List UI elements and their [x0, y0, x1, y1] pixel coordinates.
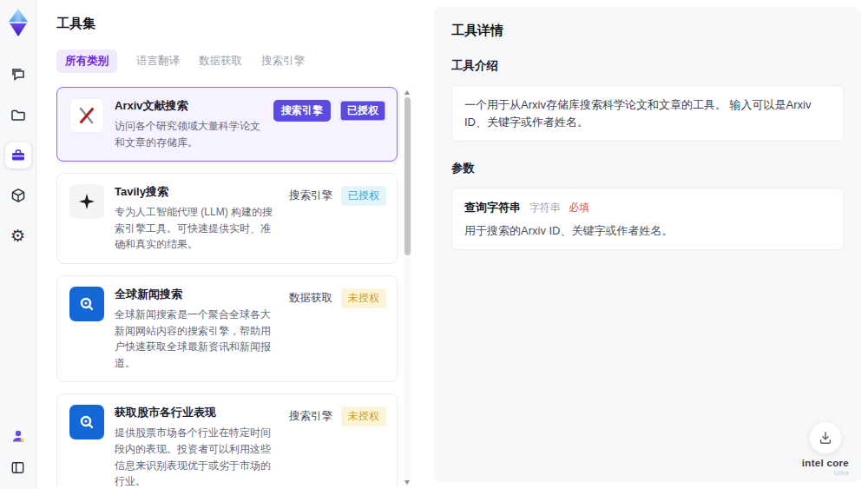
status-badge: 未授权 — [341, 406, 386, 426]
stock-search-icon — [69, 405, 104, 439]
status-badge: 未授权 — [341, 288, 386, 308]
arxiv-icon — [69, 98, 104, 133]
tab-search-engine[interactable]: 搜索引擎 — [261, 50, 305, 73]
intel-core-logo: intel core — [802, 458, 849, 468]
category-label: 搜索引擎 — [289, 409, 332, 424]
status-badge[interactable]: 已授权 — [339, 100, 386, 122]
scrollbar-thumb[interactable] — [404, 97, 411, 255]
toolbox-icon[interactable] — [5, 142, 31, 169]
tool-desc: 访问各个研究领域大量科学论文和文章的存储库。 — [115, 118, 265, 150]
scroll-up-arrow-icon[interactable] — [404, 90, 410, 95]
intro-text: 一个用于从Arxiv存储库搜索科学论文和文章的工具。 输入可以是Arxiv ID… — [464, 98, 811, 129]
intro-heading: 工具介绍 — [451, 58, 844, 74]
tool-desc: 提供股票市场各个行业在特定时间段内的表现。投资者可以利用这些信息来识别表现优于或… — [115, 425, 280, 488]
tool-desc: 专为人工智能代理 (LLM) 构建的搜索引擎工具。可快速提供实时、准确和真实的结… — [115, 204, 280, 253]
left-rail: ⚙ — [0, 0, 36, 489]
list-scrollbar[interactable] — [404, 89, 411, 486]
params-heading: 参数 — [451, 161, 844, 176]
category-badge[interactable]: 搜索引擎 — [273, 100, 331, 122]
app-logo[interactable] — [3, 7, 33, 38]
tab-all-categories[interactable]: 所有类别 — [56, 50, 117, 73]
news-search-icon — [69, 287, 104, 321]
intro-text-box: 一个用于从Arxiv存储库搜索科学论文和文章的工具。 输入可以是Arxiv ID… — [451, 85, 844, 142]
param-name: 查询字符串 — [464, 201, 521, 214]
scroll-down-arrow-icon[interactable] — [404, 480, 410, 485]
app-window: ⚙ 工具集 所有类别 语言翻译 数据获取 搜索引擎 — [0, 0, 868, 489]
details-title: 工具详情 — [451, 23, 844, 39]
param-required-flag: 必填 — [569, 202, 589, 214]
category-tabs: 所有类别 语言翻译 数据获取 搜索引擎 — [56, 50, 411, 73]
tavily-icon — [69, 184, 104, 219]
param-box: 查询字符串 字符串 必填 用于搜索的Arxiv ID、关键字或作者姓名。 — [451, 188, 844, 250]
panel-toggle-icon[interactable] — [5, 454, 31, 480]
tool-name: Arxiv文献搜索 — [115, 98, 265, 114]
chat-icon[interactable] — [5, 63, 31, 89]
toolset-title: 工具集 — [56, 16, 411, 32]
user-avatar-icon[interactable] — [5, 423, 31, 449]
folder-icon[interactable] — [5, 102, 31, 129]
category-label: 数据获取 — [289, 291, 332, 306]
download-icon — [818, 430, 833, 446]
gear-icon[interactable]: ⚙ — [5, 222, 31, 248]
intel-core-sub-label: Ultra — [834, 469, 849, 477]
category-label: 搜索引擎 — [289, 188, 332, 203]
corner-widgets: intel core Ultra — [802, 421, 849, 477]
tool-card-arxiv[interactable]: Arxiv文献搜索 访问各个研究领域大量科学论文和文章的存储库。 搜索引擎 已授… — [56, 87, 398, 162]
cube-icon[interactable] — [5, 182, 31, 208]
tool-list: Arxiv文献搜索 访问各个研究领域大量科学论文和文章的存储库。 搜索引擎 已授… — [56, 87, 411, 488]
tool-card-stock-sectors[interactable]: 获取股市各行业表现 提供股票市场各个行业在特定时间段内的表现。投资者可以利用这些… — [56, 393, 398, 488]
param-desc: 用于搜索的Arxiv ID、关键字或作者姓名。 — [464, 222, 831, 240]
tool-name: 获取股市各行业表现 — [115, 405, 280, 420]
tool-details-panel: 工具详情 工具介绍 一个用于从Arxiv存储库搜索科学论文和文章的工具。 输入可… — [434, 7, 861, 482]
tool-desc: 全球新闻搜索是一个聚合全球各大新闻网站内容的搜索引擎，帮助用户快速获取全球最新资… — [115, 307, 280, 371]
download-button[interactable] — [809, 421, 842, 454]
tool-card-global-news[interactable]: 全球新闻搜索 全球新闻搜索是一个聚合全球各大新闻网站内容的搜索引擎，帮助用户快速… — [56, 275, 398, 382]
tab-language-translation[interactable]: 语言翻译 — [136, 50, 180, 73]
tool-card-tavily[interactable]: Tavily搜索 专为人工智能代理 (LLM) 构建的搜索引擎工具。可快速提供实… — [56, 173, 398, 264]
tool-name: Tavily搜索 — [115, 184, 280, 200]
toolset-panel: 工具集 所有类别 语言翻译 数据获取 搜索引擎 Arxiv文献搜索 访问各个研究… — [36, 0, 434, 489]
tab-data-acquisition[interactable]: 数据获取 — [199, 50, 242, 73]
status-badge: 已授权 — [341, 186, 386, 206]
tool-name: 全球新闻搜索 — [115, 287, 280, 302]
param-type: 字符串 — [529, 202, 561, 214]
